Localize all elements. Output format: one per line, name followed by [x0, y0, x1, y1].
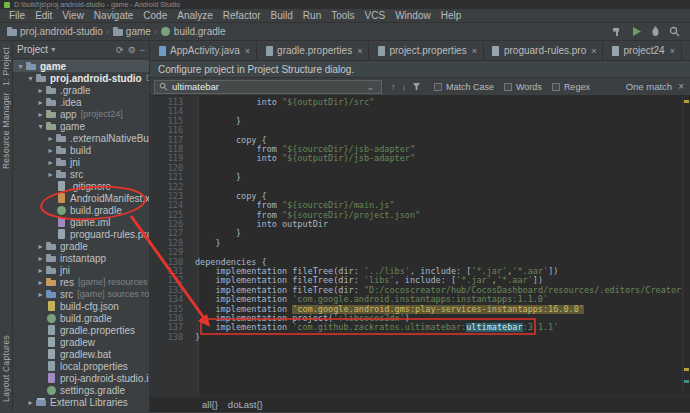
tree-row[interactable]: gradlew: [13, 336, 149, 348]
tree-arrow-icon[interactable]: ▸: [36, 266, 45, 275]
tree-arrow-icon[interactable]: ▸: [46, 170, 55, 179]
tree-arrow-icon[interactable]: ▸: [46, 134, 55, 143]
search-input[interactable]: ultimatebar ⌄: [154, 80, 382, 94]
close-search-icon[interactable]: ×: [678, 81, 684, 92]
code-line: 121 }: [150, 173, 682, 182]
menu-item[interactable]: Navigate: [89, 10, 138, 21]
tree-row[interactable]: ▸jni: [13, 264, 149, 276]
breadcrumb-item[interactable]: game: [112, 26, 151, 37]
tree-row[interactable]: proguard-rules.pro: [13, 228, 149, 240]
editor-tab[interactable]: proguard-rules.pro×: [484, 41, 604, 60]
tree-row[interactable]: build.gradle: [13, 312, 149, 324]
tree-arrow-icon[interactable]: ▸: [36, 110, 45, 119]
editor-tab[interactable]: project24×: [603, 41, 681, 60]
tree-row[interactable]: game.iml: [13, 216, 149, 228]
tree-arrow-icon[interactable]: ▸: [46, 158, 55, 167]
gear-icon[interactable]: ⚙: [128, 45, 136, 55]
search-option-checkbox[interactable]: Words: [504, 82, 542, 92]
tree-arrow-icon[interactable]: ▾: [16, 62, 25, 71]
hide-panel-icon[interactable]: −: [140, 45, 145, 55]
tree-row[interactable]: ▸src: [13, 168, 149, 180]
tree-row[interactable]: local.properties: [13, 360, 149, 372]
breadcrumb-item[interactable]: build.gradle: [160, 26, 226, 37]
menu-item[interactable]: Tools: [326, 10, 359, 21]
tree-arrow-icon[interactable]: ▸: [36, 290, 45, 299]
refresh-icon[interactable]: ⟳: [116, 45, 124, 55]
tree-arrow-icon[interactable]: ▾: [36, 122, 45, 131]
tree-row[interactable]: ▸.idea: [13, 96, 149, 108]
breadcrumb-scope[interactable]: all{}: [202, 399, 218, 410]
tree-row[interactable]: proj-android-studio.iml: [13, 372, 149, 384]
tree-arrow-icon[interactable]: ▾: [26, 74, 35, 83]
tree-row[interactable]: AndroidManifest.xml: [13, 192, 149, 204]
code-editor[interactable]: 113 into "${outputDir}/src"114115 }11611…: [150, 96, 690, 396]
close-icon[interactable]: ×: [472, 46, 477, 56]
search-option-checkbox[interactable]: Match Case: [434, 82, 494, 92]
tree-row[interactable]: ▸instantapp: [13, 252, 149, 264]
tree-arrow-icon[interactable]: ▸: [36, 254, 45, 263]
menu-item[interactable]: Refactor: [218, 10, 266, 21]
menu-item[interactable]: VCS: [360, 10, 391, 21]
menu-item[interactable]: Code: [138, 10, 172, 21]
tree-row[interactable]: gradlew.bat: [13, 348, 149, 360]
menu-item[interactable]: Run: [298, 10, 326, 21]
editor-tab[interactable]: proj.android-studio×: [682, 41, 690, 60]
menu-item[interactable]: Window: [390, 10, 436, 21]
run-icon[interactable]: [631, 26, 642, 37]
tree-row[interactable]: ▸res[game] resources root: [13, 276, 149, 288]
menu-item[interactable]: Edit: [30, 10, 57, 21]
tree-row[interactable]: build.gradle: [13, 204, 149, 216]
breadcrumb-scope[interactable]: doLast{}: [228, 399, 263, 410]
tree-arrow-icon[interactable]: ▸: [26, 398, 35, 407]
tree-row[interactable]: ▾game: [13, 120, 149, 132]
prev-match-icon[interactable]: ↑: [391, 82, 396, 92]
tool-window-button[interactable]: Resource Manager: [1, 92, 12, 169]
code-text: implementation fileTree(dir: "D:/cocoscr…: [191, 286, 682, 295]
tool-window-button[interactable]: 1: Project: [1, 47, 12, 86]
tree-arrow-icon[interactable]: ▸: [36, 278, 45, 287]
project-panel-title[interactable]: Project: [17, 44, 48, 55]
tree-row[interactable]: .gitignore: [13, 180, 149, 192]
tree-row[interactable]: ▸External Libraries: [13, 396, 149, 408]
menu-item[interactable]: View: [57, 10, 89, 21]
scrollbar-stripe[interactable]: [682, 96, 690, 396]
editor-tab[interactable]: gradle.properties×: [257, 41, 369, 60]
tree-row[interactable]: ▾game: [13, 60, 149, 72]
menu-item[interactable]: Build: [266, 10, 298, 21]
tree-row[interactable]: settings.gradle: [13, 384, 149, 396]
tree-row[interactable]: ▸.gradle: [13, 84, 149, 96]
tool-window-button[interactable]: Layout Captures: [1, 335, 12, 402]
menu-item[interactable]: File: [4, 10, 30, 21]
close-icon[interactable]: ×: [245, 46, 250, 56]
tree-arrow-icon[interactable]: ▸: [36, 98, 45, 107]
breadcrumb-item[interactable]: proj.android-studio: [6, 26, 103, 37]
editor-tab[interactable]: AppActivity.java×: [150, 41, 257, 60]
next-match-icon[interactable]: ↓: [402, 82, 407, 92]
chevron-down-icon[interactable]: ▾: [51, 45, 55, 54]
search-option-checkbox[interactable]: Regex: [552, 82, 590, 92]
tree-row[interactable]: ▸build: [13, 144, 149, 156]
tree-row[interactable]: ▸gradle: [13, 240, 149, 252]
tree-row[interactable]: ▸.externalNativeBuild: [13, 132, 149, 144]
tree-row[interactable]: gradle.properties: [13, 324, 149, 336]
tree-row[interactable]: ▸jni: [13, 156, 149, 168]
tree-row[interactable]: build-cfg.json: [13, 300, 149, 312]
search-history-icon[interactable]: ⌄: [366, 82, 374, 92]
menu-item[interactable]: Help: [436, 10, 467, 21]
tree-arrow-icon[interactable]: ▸: [36, 242, 45, 251]
f-icon: [56, 145, 66, 155]
tree-arrow-icon[interactable]: ▸: [36, 86, 45, 95]
tree-arrow-icon[interactable]: ▸: [46, 146, 55, 155]
editor-tab[interactable]: project.properties×: [369, 41, 484, 60]
search-everywhere-icon[interactable]: [669, 26, 680, 37]
tree-row[interactable]: ▸src[game] sources root: [13, 288, 149, 300]
tree-row[interactable]: ▸app[project24]: [13, 108, 149, 120]
debug-icon[interactable]: [650, 26, 661, 37]
menu-item[interactable]: Analyze: [172, 10, 218, 21]
close-icon[interactable]: ×: [670, 46, 675, 56]
close-icon[interactable]: ×: [591, 46, 596, 56]
close-icon[interactable]: ×: [357, 46, 362, 56]
build-hammer-icon[interactable]: [612, 26, 623, 37]
tree-row[interactable]: ▾proj.android-studioD:\build\js: [13, 72, 149, 84]
filter-icon[interactable]: [412, 82, 421, 91]
